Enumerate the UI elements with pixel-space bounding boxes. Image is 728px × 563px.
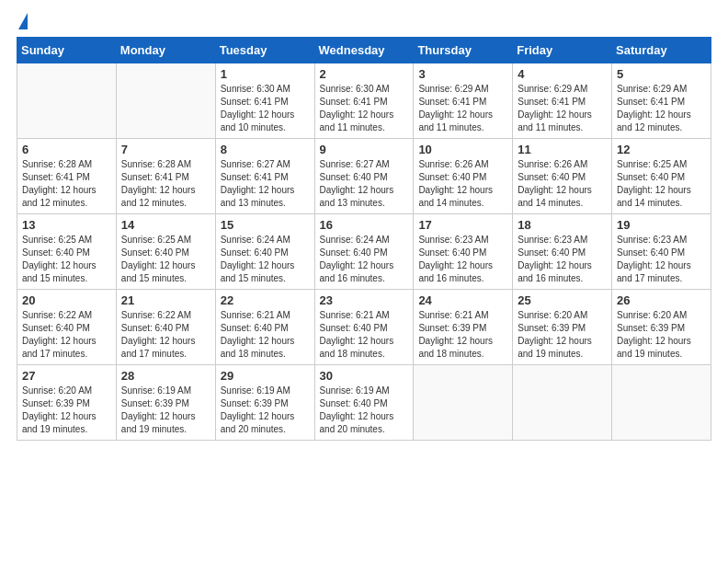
- day-info: Sunrise: 6:27 AM Sunset: 6:40 PM Dayligh…: [320, 158, 409, 210]
- day-info: Sunrise: 6:21 AM Sunset: 6:40 PM Dayligh…: [221, 309, 310, 361]
- table-row: 28Sunrise: 6:19 AM Sunset: 6:39 PM Dayli…: [116, 365, 215, 441]
- day-number: 6: [22, 143, 111, 156]
- day-number: 15: [221, 218, 310, 232]
- day-info: Sunrise: 6:26 AM Sunset: 6:40 PM Dayligh…: [518, 158, 607, 210]
- calendar-week-0: 1Sunrise: 6:30 AM Sunset: 6:41 PM Daylig…: [17, 63, 711, 139]
- table-row: 27Sunrise: 6:20 AM Sunset: 6:39 PM Dayli…: [17, 365, 117, 441]
- day-info: Sunrise: 6:24 AM Sunset: 6:40 PM Dayligh…: [221, 234, 310, 285]
- calendar-table: SundayMondayTuesdayWednesdayThursdayFrid…: [17, 37, 711, 441]
- col-header-wednesday: Wednesday: [314, 38, 414, 63]
- day-info: Sunrise: 6:19 AM Sunset: 6:40 PM Dayligh…: [320, 385, 409, 436]
- table-row: 16Sunrise: 6:24 AM Sunset: 6:40 PM Dayli…: [314, 214, 414, 290]
- day-info: Sunrise: 6:21 AM Sunset: 6:39 PM Dayligh…: [418, 309, 507, 361]
- day-info: Sunrise: 6:23 AM Sunset: 6:40 PM Dayligh…: [418, 234, 507, 285]
- calendar-week-4: 27Sunrise: 6:20 AM Sunset: 6:39 PM Dayli…: [17, 365, 711, 441]
- day-number: 20: [22, 293, 111, 307]
- table-row: 30Sunrise: 6:19 AM Sunset: 6:40 PM Dayli…: [314, 365, 414, 441]
- day-number: 21: [121, 293, 210, 307]
- day-number: 23: [320, 293, 409, 307]
- table-row: 7Sunrise: 6:28 AM Sunset: 6:41 PM Daylig…: [116, 139, 215, 214]
- table-row: 13Sunrise: 6:25 AM Sunset: 6:40 PM Dayli…: [17, 214, 117, 290]
- day-number: 27: [22, 369, 111, 383]
- page: SundayMondayTuesdayWednesdayThursdayFrid…: [0, 0, 728, 563]
- table-row: 22Sunrise: 6:21 AM Sunset: 6:40 PM Dayli…: [215, 290, 314, 365]
- day-info: Sunrise: 6:26 AM Sunset: 6:40 PM Dayligh…: [418, 158, 507, 210]
- day-number: 16: [320, 218, 409, 232]
- table-row: 25Sunrise: 6:20 AM Sunset: 6:39 PM Dayli…: [513, 290, 612, 365]
- table-row: 10Sunrise: 6:26 AM Sunset: 6:40 PM Dayli…: [414, 139, 513, 214]
- day-number: 17: [418, 218, 507, 232]
- day-number: 24: [418, 293, 507, 307]
- day-number: 10: [418, 143, 507, 156]
- day-info: Sunrise: 6:19 AM Sunset: 6:39 PM Dayligh…: [121, 385, 210, 436]
- day-number: 19: [617, 218, 706, 232]
- col-header-sunday: Sunday: [17, 38, 117, 63]
- logo: [17, 17, 28, 29]
- header-row: SundayMondayTuesdayWednesdayThursdayFrid…: [17, 38, 711, 63]
- table-row: 21Sunrise: 6:22 AM Sunset: 6:40 PM Dayli…: [116, 290, 215, 365]
- day-number: 8: [221, 143, 310, 156]
- col-header-tuesday: Tuesday: [215, 38, 314, 63]
- day-info: Sunrise: 6:30 AM Sunset: 6:41 PM Dayligh…: [221, 83, 310, 134]
- table-row: 3Sunrise: 6:29 AM Sunset: 6:41 PM Daylig…: [414, 63, 513, 139]
- day-info: Sunrise: 6:20 AM Sunset: 6:39 PM Dayligh…: [22, 385, 111, 436]
- day-info: Sunrise: 6:27 AM Sunset: 6:41 PM Dayligh…: [221, 158, 310, 210]
- day-info: Sunrise: 6:25 AM Sunset: 6:40 PM Dayligh…: [22, 234, 111, 285]
- day-number: 14: [121, 218, 210, 232]
- day-info: Sunrise: 6:30 AM Sunset: 6:41 PM Dayligh…: [320, 83, 409, 134]
- table-row: 5Sunrise: 6:29 AM Sunset: 6:41 PM Daylig…: [612, 63, 711, 139]
- day-number: 5: [617, 67, 706, 81]
- table-row: 11Sunrise: 6:26 AM Sunset: 6:40 PM Dayli…: [513, 139, 612, 214]
- table-row: [414, 365, 513, 441]
- day-number: 25: [518, 293, 607, 307]
- table-row: [612, 365, 711, 441]
- day-info: Sunrise: 6:28 AM Sunset: 6:41 PM Dayligh…: [22, 158, 111, 210]
- table-row: 18Sunrise: 6:23 AM Sunset: 6:40 PM Dayli…: [513, 214, 612, 290]
- table-row: 20Sunrise: 6:22 AM Sunset: 6:40 PM Dayli…: [17, 290, 117, 365]
- day-number: 1: [221, 67, 310, 81]
- header: [17, 17, 711, 29]
- day-number: 3: [418, 67, 507, 81]
- day-info: Sunrise: 6:23 AM Sunset: 6:40 PM Dayligh…: [617, 234, 706, 285]
- day-number: 18: [518, 218, 607, 232]
- table-row: [513, 365, 612, 441]
- day-number: 11: [518, 143, 607, 156]
- day-number: 29: [221, 369, 310, 383]
- table-row: 2Sunrise: 6:30 AM Sunset: 6:41 PM Daylig…: [314, 63, 414, 139]
- day-number: 2: [320, 67, 409, 81]
- day-info: Sunrise: 6:28 AM Sunset: 6:41 PM Dayligh…: [121, 158, 210, 210]
- calendar-week-1: 6Sunrise: 6:28 AM Sunset: 6:41 PM Daylig…: [17, 139, 711, 214]
- day-info: Sunrise: 6:24 AM Sunset: 6:40 PM Dayligh…: [320, 234, 409, 285]
- table-row: 19Sunrise: 6:23 AM Sunset: 6:40 PM Dayli…: [612, 214, 711, 290]
- day-number: 22: [221, 293, 310, 307]
- table-row: 17Sunrise: 6:23 AM Sunset: 6:40 PM Dayli…: [414, 214, 513, 290]
- table-row: 8Sunrise: 6:27 AM Sunset: 6:41 PM Daylig…: [215, 139, 314, 214]
- col-header-friday: Friday: [513, 38, 612, 63]
- calendar-week-2: 13Sunrise: 6:25 AM Sunset: 6:40 PM Dayli…: [17, 214, 711, 290]
- calendar-week-3: 20Sunrise: 6:22 AM Sunset: 6:40 PM Dayli…: [17, 290, 711, 365]
- day-info: Sunrise: 6:19 AM Sunset: 6:39 PM Dayligh…: [221, 385, 310, 436]
- day-number: 9: [320, 143, 409, 156]
- day-info: Sunrise: 6:21 AM Sunset: 6:40 PM Dayligh…: [320, 309, 409, 361]
- day-info: Sunrise: 6:20 AM Sunset: 6:39 PM Dayligh…: [617, 309, 706, 361]
- col-header-monday: Monday: [116, 38, 215, 63]
- table-row: 1Sunrise: 6:30 AM Sunset: 6:41 PM Daylig…: [215, 63, 314, 139]
- day-number: 28: [121, 369, 210, 383]
- table-row: 24Sunrise: 6:21 AM Sunset: 6:39 PM Dayli…: [414, 290, 513, 365]
- table-row: [116, 63, 215, 139]
- table-row: 15Sunrise: 6:24 AM Sunset: 6:40 PM Dayli…: [215, 214, 314, 290]
- table-row: 14Sunrise: 6:25 AM Sunset: 6:40 PM Dayli…: [116, 214, 215, 290]
- day-number: 13: [22, 218, 111, 232]
- table-row: 4Sunrise: 6:29 AM Sunset: 6:41 PM Daylig…: [513, 63, 612, 139]
- table-row: 6Sunrise: 6:28 AM Sunset: 6:41 PM Daylig…: [17, 139, 117, 214]
- day-info: Sunrise: 6:23 AM Sunset: 6:40 PM Dayligh…: [518, 234, 607, 285]
- day-info: Sunrise: 6:29 AM Sunset: 6:41 PM Dayligh…: [617, 83, 706, 134]
- day-number: 12: [617, 143, 706, 156]
- table-row: 12Sunrise: 6:25 AM Sunset: 6:40 PM Dayli…: [612, 139, 711, 214]
- day-number: 26: [617, 293, 706, 307]
- day-number: 7: [121, 143, 210, 156]
- day-info: Sunrise: 6:22 AM Sunset: 6:40 PM Dayligh…: [22, 309, 111, 361]
- table-row: 29Sunrise: 6:19 AM Sunset: 6:39 PM Dayli…: [215, 365, 314, 441]
- day-info: Sunrise: 6:20 AM Sunset: 6:39 PM Dayligh…: [518, 309, 607, 361]
- day-number: 30: [320, 369, 409, 383]
